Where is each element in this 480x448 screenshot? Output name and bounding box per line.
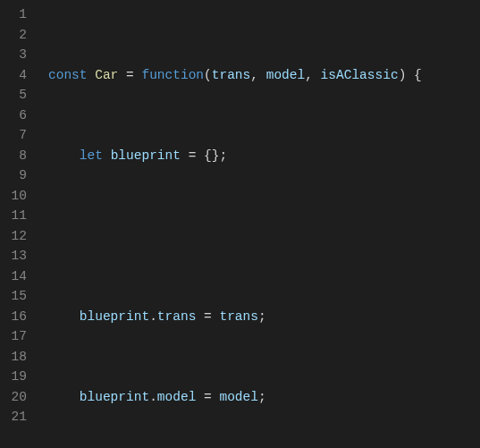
- line-number: 12: [0, 226, 27, 247]
- code-line: const Car = function(trans, model, isACl…: [48, 65, 429, 86]
- operator-eq: =: [204, 309, 212, 324]
- line-number: 21: [0, 407, 27, 427]
- line-number: 10: [0, 186, 27, 207]
- keyword-const: const: [48, 68, 88, 82]
- identifier-blueprint: blueprint: [80, 390, 149, 404]
- open-brace: {: [414, 68, 422, 82]
- code-area: const Car = function(trans, model, isACl…: [36, 0, 429, 448]
- identifier-blueprint: blueprint: [111, 148, 181, 163]
- line-number: 15: [0, 286, 27, 307]
- prop-trans: trans: [157, 309, 197, 324]
- line-number: 4: [0, 65, 27, 86]
- prop-model: model: [157, 390, 197, 404]
- semi: ;: [258, 309, 266, 324]
- line-number: 6: [0, 106, 27, 126]
- identifier-trans: trans: [219, 309, 258, 324]
- line-number: 11: [0, 206, 27, 226]
- operator-eq: =: [126, 68, 134, 82]
- semi: ;: [219, 148, 227, 163]
- line-number: 16: [0, 307, 27, 327]
- line-number: 9: [0, 165, 27, 186]
- keyword-let: let: [80, 148, 103, 163]
- comma: ,: [305, 68, 313, 82]
- dot: .: [149, 309, 157, 324]
- line-number: 13: [0, 246, 27, 266]
- identifier-blueprint: blueprint: [80, 309, 149, 324]
- operator-eq: =: [204, 390, 212, 404]
- open-paren: (: [204, 68, 212, 82]
- code-line: let blueprint = {};: [48, 146, 429, 166]
- line-number: 20: [0, 387, 27, 408]
- code-line: [48, 226, 429, 247]
- dot: .: [149, 390, 157, 404]
- empty-object: {}: [204, 148, 219, 163]
- keyword-function: function: [141, 68, 204, 82]
- param-isaclassic: isAClassic: [321, 68, 399, 82]
- line-number: 8: [0, 146, 27, 166]
- identifier-model: model: [219, 390, 258, 404]
- line-number: 2: [0, 25, 27, 46]
- line-number: 5: [0, 85, 27, 106]
- line-number-gutter: 123456789101112131415161718192021: [0, 0, 36, 448]
- line-number: 1: [0, 4, 27, 25]
- param-trans: trans: [212, 68, 251, 82]
- operator-eq: =: [189, 148, 197, 163]
- line-number: 14: [0, 266, 27, 287]
- line-number: 7: [0, 125, 27, 146]
- code-line: blueprint.model = model;: [48, 387, 429, 408]
- comma: ,: [250, 68, 258, 82]
- identifier-car: Car: [95, 68, 118, 82]
- line-number: 17: [0, 326, 27, 347]
- code-editor: 123456789101112131415161718192021 const …: [0, 0, 480, 448]
- semi: ;: [258, 390, 266, 404]
- line-number: 3: [0, 45, 27, 65]
- param-model: model: [266, 68, 306, 82]
- line-number: 19: [0, 367, 27, 387]
- close-paren: ): [399, 68, 407, 82]
- line-number: 18: [0, 347, 27, 368]
- code-line: blueprint.trans = trans;: [48, 307, 429, 327]
